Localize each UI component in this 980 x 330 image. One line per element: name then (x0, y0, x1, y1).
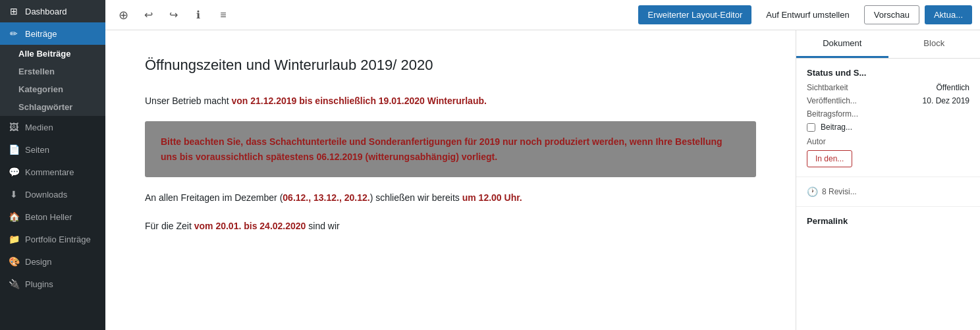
aktualisieren-button[interactable]: Aktua... (925, 5, 972, 24)
sichtbarkeit-label: Sichtbarkeit (807, 83, 848, 92)
paragraph-2-highlight2: um 12.00 Uhr. (462, 192, 522, 203)
sidebar-item-kommentare[interactable]: 💬 Kommentare (0, 161, 105, 183)
design-icon: 🎨 (8, 256, 20, 267)
editor-area: Öffnungszeiten und Winterurlaub 2019/ 20… (105, 30, 980, 330)
tab-dokument[interactable]: Dokument (796, 30, 888, 58)
seiten-icon: 📄 (8, 144, 20, 155)
beton-heller-icon: 🏠 (8, 211, 20, 223)
beitraege-submenu: Alle Beiträge Erstellen Kategorien Schla… (0, 45, 105, 116)
add-icon: ⊕ (119, 8, 128, 22)
revisions-label: 8 Revisi... (822, 187, 857, 196)
sichtbarkeit-value: Öffentlich (937, 83, 969, 92)
downloads-icon: ⬇ (8, 188, 20, 200)
veroeffentlicht-value: 10. Dez 2019 (923, 96, 969, 105)
post-title: Öffnungszeiten und Winterurlaub 2019/ 20… (145, 57, 756, 74)
kommentare-icon: 💬 (8, 166, 20, 178)
info-button[interactable]: ℹ (188, 5, 208, 25)
paragraph-1-highlight: von 21.12.2019 bis einschließlich 19.01.… (232, 96, 487, 106)
portfolio-icon: 📁 (8, 233, 20, 245)
auf-entwurf-umstellen-button[interactable]: Auf Entwurf umstellen (757, 5, 858, 24)
status-section: Status und S... Sichtbarkeit Öffentlich … (796, 59, 980, 177)
sidebar: ⊞ Dashboard ✏ Beiträge Alle Beiträge Ers… (0, 0, 105, 330)
sidebar-item-plugins[interactable]: 🔌 Plugins (0, 273, 105, 295)
revisions-icon: 🕐 (807, 186, 818, 197)
main-content: ⊕ ↩ ↪ ℹ ≡ Erweiterter Layout-Editor Auf … (105, 0, 980, 330)
vorschau-button[interactable]: Vorschau (864, 5, 919, 24)
notice-text: Bitte beachten Sie, dass Schachtuntertei… (161, 134, 740, 164)
editor-toolbar: ⊕ ↩ ↪ ℹ ≡ Erweiterter Layout-Editor Auf … (105, 0, 980, 30)
checkbox-label: Beitrag... (821, 123, 852, 132)
list-icon: ≡ (220, 9, 226, 21)
sidebar-item-design[interactable]: 🎨 Design (0, 250, 105, 273)
dashboard-icon: ⊞ (8, 5, 20, 17)
redo-icon: ↪ (169, 9, 178, 21)
beitragsformat-row: Beitragsform... (807, 109, 969, 119)
paragraph-1: Unser Betrieb macht von 21.12.2019 bis e… (145, 94, 756, 108)
sidebar-item-seiten[interactable]: 📄 Seiten (0, 138, 105, 161)
plugins-icon: 🔌 (8, 278, 20, 290)
paragraph-3-before: Für die Zeit (145, 221, 194, 231)
beitragsformat-label: Beitragsform... (807, 109, 858, 119)
undo-button[interactable]: ↩ (138, 5, 158, 25)
autor-row: Autor (807, 137, 969, 146)
beitraege-icon: ✏ (8, 28, 20, 40)
medien-icon: 🖼 (8, 121, 20, 133)
add-block-button[interactable]: ⊕ (113, 5, 133, 25)
sidebar-item-erstellen[interactable]: Erstellen (0, 63, 105, 80)
sidebar-item-beitraege[interactable]: ✏ Beiträge (0, 22, 105, 45)
panel-tabs: Dokument Block (796, 30, 980, 59)
sidebar-item-portfolio[interactable]: 📁 Portfolio Einträge (0, 228, 105, 250)
paragraph-3-after: sind wir (306, 221, 339, 231)
paragraph-1-before: Unser Betrieb macht (145, 96, 232, 106)
sidebar-item-kategorien[interactable]: Kategorien (0, 80, 105, 98)
sichtbarkeit-row: Sichtbarkeit Öffentlich (807, 83, 969, 92)
paragraph-3-highlight: vom 20.01. bis 24.02.2020 (194, 221, 306, 231)
revisions-section: 🕐 8 Revisi... (796, 177, 980, 207)
revisions-row: 🕐 8 Revisi... (807, 186, 969, 197)
redo-button[interactable]: ↪ (163, 5, 183, 25)
paragraph-2-mid: ) schließen wir bereits (370, 192, 462, 203)
paragraph-2-highlight: 06.12., 13.12., 20.12. (283, 192, 369, 203)
veroeffentlicht-row: Veröffentlich... 10. Dez 2019 (807, 96, 969, 105)
autor-label: Autor (807, 137, 826, 146)
tab-block[interactable]: Block (888, 30, 981, 58)
right-panel: Dokument Block Status und S... Sichtbark… (796, 30, 980, 330)
notice-box: Bitte beachten Sie, dass Schachtuntertei… (145, 121, 756, 177)
erweiterter-layout-editor-button[interactable]: Erweiterter Layout-Editor (638, 5, 751, 24)
paragraph-2: An allen Freitagen im Dezember (06.12., … (145, 190, 756, 205)
sidebar-item-alle-beitraege[interactable]: Alle Beiträge (0, 45, 105, 63)
checkbox-row: Beitrag... (807, 123, 969, 132)
status-section-title: Status und S... (807, 68, 969, 78)
sidebar-item-beton-heller[interactable]: 🏠 Beton Heller (0, 206, 105, 228)
paragraph-2-before: An allen Freitagen im Dezember ( (145, 192, 283, 203)
paragraph-3: Für die Zeit vom 20.01. bis 24.02.2020 s… (145, 219, 756, 233)
permalink-title: Permalink (807, 216, 969, 226)
beitrag-checkbox[interactable] (807, 123, 815, 132)
sidebar-item-schlagwoerter[interactable]: Schlagwörter (0, 98, 105, 116)
list-view-button[interactable]: ≡ (213, 5, 233, 25)
sidebar-item-medien[interactable]: 🖼 Medien (0, 116, 105, 138)
veroeffentlicht-label: Veröffentlich... (807, 96, 857, 105)
info-icon: ℹ (196, 9, 200, 21)
undo-icon: ↩ (144, 9, 153, 21)
sidebar-item-dashboard[interactable]: ⊞ Dashboard (0, 0, 105, 22)
permalink-section: Permalink (796, 207, 980, 239)
in-den-button[interactable]: In den... (807, 150, 852, 167)
post-editor[interactable]: Öffnungszeiten und Winterurlaub 2019/ 20… (105, 30, 796, 330)
sidebar-item-downloads[interactable]: ⬇ Downloads (0, 183, 105, 206)
